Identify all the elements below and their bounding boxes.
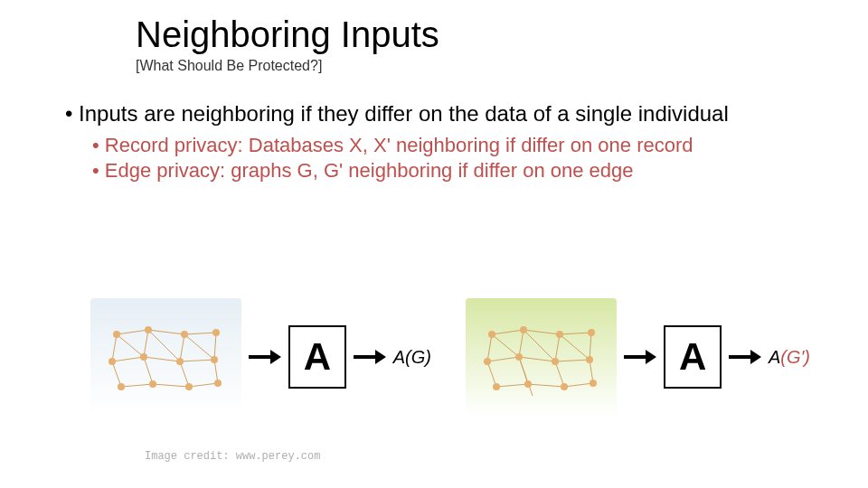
svg-line-11 xyxy=(180,334,184,361)
algorithm-box-right: A xyxy=(664,325,722,389)
output-label-agprime: A(G') xyxy=(769,347,814,368)
svg-line-47 xyxy=(555,361,564,387)
algorithm-box-left: A xyxy=(288,325,346,389)
svg-line-35 xyxy=(487,357,519,361)
svg-line-42 xyxy=(519,330,524,357)
svg-line-49 xyxy=(492,334,519,357)
svg-point-55 xyxy=(556,331,563,338)
panel-graph-gprime xyxy=(466,298,617,416)
svg-point-60 xyxy=(586,356,593,363)
svg-point-58 xyxy=(515,353,523,361)
diagram: A A(G) A A(G') xyxy=(90,298,814,416)
svg-line-39 xyxy=(528,384,564,387)
svg-line-50 xyxy=(524,330,555,361)
arrow-icon xyxy=(354,352,386,362)
svg-point-28 xyxy=(118,383,125,390)
svg-line-3 xyxy=(112,357,144,361)
svg-line-37 xyxy=(555,360,590,361)
svg-point-31 xyxy=(214,380,222,387)
svg-point-63 xyxy=(561,383,568,390)
svg-point-56 xyxy=(588,329,595,336)
svg-line-40 xyxy=(564,383,593,387)
slide-subtitle: [What Should Be Protected?] xyxy=(136,58,322,74)
svg-line-36 xyxy=(519,357,555,361)
svg-line-17 xyxy=(117,334,144,357)
svg-line-4 xyxy=(144,357,180,361)
svg-line-33 xyxy=(524,330,560,334)
arrow-icon xyxy=(624,352,656,362)
panel-graph-g xyxy=(90,298,241,416)
svg-point-22 xyxy=(181,331,188,338)
bullet-record-privacy: Record privacy: Databases X, X' neighbor… xyxy=(92,134,834,157)
svg-line-45 xyxy=(487,361,496,387)
svg-line-0 xyxy=(117,330,148,334)
svg-line-43 xyxy=(555,334,560,361)
svg-point-30 xyxy=(185,383,193,390)
svg-point-24 xyxy=(108,358,116,365)
svg-line-1 xyxy=(148,330,184,334)
svg-point-29 xyxy=(149,380,156,388)
svg-line-5 xyxy=(180,360,214,361)
svg-line-51 xyxy=(560,334,590,360)
svg-line-2 xyxy=(184,333,216,334)
svg-point-27 xyxy=(211,356,218,363)
svg-point-64 xyxy=(590,380,597,387)
svg-line-34 xyxy=(560,333,591,334)
svg-point-62 xyxy=(524,380,532,388)
svg-line-41 xyxy=(487,334,492,361)
bullet-main: Inputs are neighboring if they differ on… xyxy=(65,101,834,127)
graph-gprime-icon xyxy=(474,316,609,398)
svg-point-21 xyxy=(145,326,152,333)
svg-line-6 xyxy=(121,384,153,387)
svg-point-26 xyxy=(176,358,184,365)
svg-line-44 xyxy=(590,333,591,360)
svg-line-15 xyxy=(180,361,189,387)
svg-point-23 xyxy=(212,329,220,336)
svg-line-38 xyxy=(496,384,528,387)
svg-line-10 xyxy=(144,330,148,357)
arrow-icon xyxy=(729,352,761,362)
svg-line-19 xyxy=(184,334,214,360)
svg-line-7 xyxy=(153,384,189,387)
slide-title: Neighboring Inputs xyxy=(136,14,439,55)
svg-point-59 xyxy=(552,358,559,365)
svg-line-14 xyxy=(144,357,153,384)
svg-line-32 xyxy=(492,330,524,334)
graph-g-icon xyxy=(99,316,234,398)
bullet-list: Inputs are neighboring if they differ on… xyxy=(65,101,834,184)
svg-line-13 xyxy=(112,361,121,387)
bullet-edge-privacy: Edge privacy: graphs G, G' neighboring i… xyxy=(92,159,834,183)
image-credit: Image credit: www.perey.com xyxy=(145,450,320,463)
svg-line-52 xyxy=(519,357,533,396)
arrow-icon xyxy=(249,352,281,362)
svg-line-8 xyxy=(189,383,218,387)
svg-point-54 xyxy=(520,326,527,333)
svg-line-18 xyxy=(148,330,180,361)
output-label-ag: A(G) xyxy=(393,347,439,368)
svg-point-53 xyxy=(488,331,495,338)
svg-point-25 xyxy=(140,353,147,361)
svg-line-9 xyxy=(112,334,117,361)
svg-point-61 xyxy=(493,383,500,390)
svg-line-12 xyxy=(214,333,216,360)
svg-point-20 xyxy=(113,331,120,338)
svg-point-57 xyxy=(484,358,491,365)
